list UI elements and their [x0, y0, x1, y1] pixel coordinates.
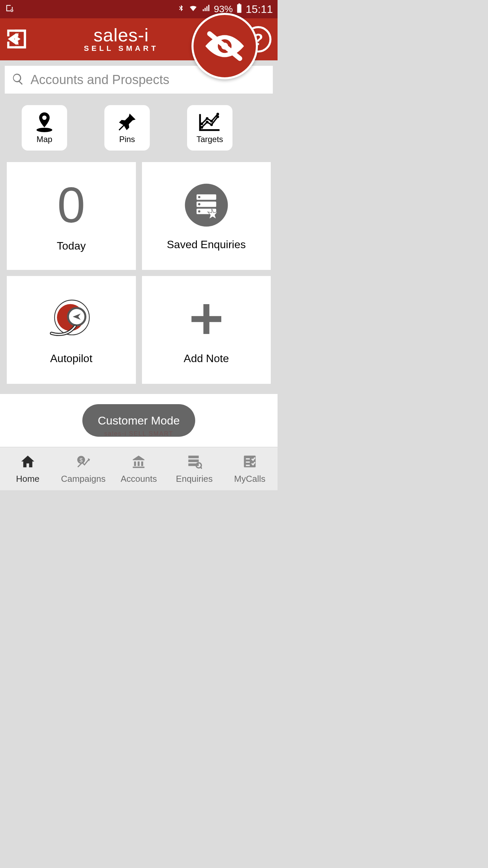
autopilot-icon — [47, 295, 95, 343]
svg-point-26 — [201, 122, 203, 125]
chart-icon — [198, 112, 221, 133]
screenshot-icon — [5, 3, 14, 15]
pins-action[interactable]: Pins — [104, 105, 150, 151]
svg-point-24 — [210, 123, 213, 126]
nav-mycalls-label: MyCalls — [234, 474, 265, 484]
map-pin-icon — [35, 112, 54, 133]
nav-enquiries-label: Enquiries — [176, 474, 212, 484]
nav-home[interactable]: Home — [0, 447, 56, 490]
targets-action[interactable]: Targets — [187, 105, 232, 151]
nav-home-label: Home — [16, 474, 39, 484]
svg-point-34 — [198, 196, 200, 198]
hide-mode-button[interactable] — [191, 13, 258, 79]
svg-line-48 — [201, 467, 202, 469]
back-button[interactable] — [6, 28, 27, 51]
wifi-icon — [188, 4, 198, 15]
svg-point-35 — [198, 203, 200, 205]
today-label: Today — [57, 240, 86, 252]
mycalls-icon — [242, 454, 258, 472]
svg-point-28 — [210, 120, 213, 122]
accounts-icon — [131, 454, 146, 472]
clock-time: 15:11 — [246, 3, 273, 16]
saved-enquiries-icon — [184, 181, 229, 229]
add-note-tile[interactable]: Add Note — [142, 276, 271, 384]
brand-name: sales-i — [84, 26, 158, 44]
campaigns-icon: $ — [76, 454, 91, 472]
autopilot-tile[interactable]: Autopilot — [7, 276, 136, 384]
mode-zone: Customer Mode sales-i SELL SMART — [0, 394, 278, 447]
svg-rect-3 — [238, 3, 240, 5]
svg-rect-44 — [188, 455, 199, 458]
quick-actions-row: Map Pins Targets — [5, 105, 273, 151]
brand-watermark: sales-i SELL SMART — [104, 430, 173, 437]
brand-logo: sales-i SELL SMART — [84, 26, 158, 53]
svg-point-36 — [198, 210, 200, 213]
nav-accounts[interactable]: Accounts — [111, 447, 167, 490]
svg-point-22 — [201, 126, 203, 129]
svg-point-21 — [37, 128, 53, 132]
today-count: 0 — [57, 180, 85, 230]
nav-campaigns-label: Campaigns — [61, 474, 106, 484]
svg-point-23 — [206, 121, 208, 123]
plus-icon — [188, 295, 225, 343]
svg-rect-45 — [188, 459, 199, 462]
svg-rect-2 — [237, 4, 242, 13]
brand-tagline: SELL SMART — [84, 44, 158, 53]
content-area: Map Pins Targets 0 Today — [0, 66, 278, 384]
enquiries-icon — [186, 454, 202, 472]
pins-label: Pins — [119, 135, 135, 144]
add-note-label: Add Note — [184, 352, 229, 365]
saved-enquiries-tile[interactable]: Saved Enquiries — [142, 162, 271, 270]
pushpin-icon — [117, 112, 137, 133]
autopilot-label: Autopilot — [50, 352, 93, 365]
map-action[interactable]: Map — [22, 105, 67, 151]
svg-point-29 — [217, 113, 219, 116]
home-tiles: 0 Today Saved Enquiries — [5, 162, 273, 384]
svg-rect-41 — [191, 316, 221, 322]
saved-enquiries-label: Saved Enquiries — [167, 238, 246, 251]
map-label: Map — [37, 135, 53, 144]
signal-icon — [202, 4, 210, 15]
svg-point-27 — [206, 117, 208, 120]
nav-mycalls[interactable]: MyCalls — [222, 447, 278, 490]
nav-campaigns[interactable]: $ Campaigns — [56, 447, 111, 490]
battery-icon — [236, 3, 242, 16]
bottom-nav: Home $ Campaigns Accounts Enquiries MyCa… — [0, 447, 278, 490]
bluetooth-icon — [177, 3, 185, 16]
nav-accounts-label: Accounts — [121, 474, 157, 484]
home-icon — [20, 454, 36, 472]
targets-label: Targets — [197, 135, 223, 144]
today-tile[interactable]: 0 Today — [7, 162, 136, 270]
nav-enquiries[interactable]: Enquiries — [166, 447, 222, 490]
search-icon — [12, 73, 24, 87]
